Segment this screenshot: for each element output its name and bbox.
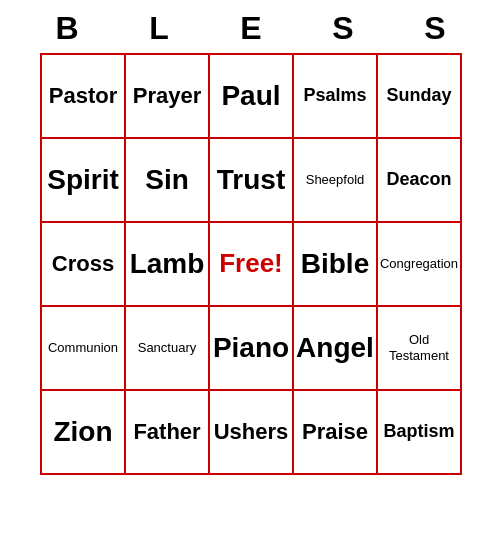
cell-text-r1-c1: Sin: [145, 163, 189, 197]
cell-r0-c2: Paul: [210, 55, 294, 139]
cell-text-r1-c2: Trust: [217, 163, 285, 197]
cell-r4-c0: Zion: [42, 391, 126, 475]
cell-r4-c4: Baptism: [378, 391, 462, 475]
cell-text-r4-c0: Zion: [53, 415, 112, 449]
cell-text-r3-c2: Piano: [213, 331, 289, 365]
bingo-grid: PastorPrayerPaulPsalmsSundaySpiritSinTru…: [40, 53, 462, 475]
cell-r2-c4: Congregation: [378, 223, 462, 307]
cell-text-r2-c4: Congregation: [380, 256, 458, 272]
cell-text-r0-c3: Psalms: [303, 85, 366, 107]
cell-text-r4-c2: Ushers: [214, 419, 289, 445]
cell-r3-c2: Piano: [210, 307, 294, 391]
cell-r4-c2: Ushers: [210, 391, 294, 475]
cell-text-r1-c4: Deacon: [386, 169, 451, 191]
cell-r1-c0: Spirit: [42, 139, 126, 223]
cell-text-r3-c0: Communion: [48, 340, 118, 356]
cell-text-r0-c2: Paul: [221, 79, 280, 113]
cell-r3-c0: Communion: [42, 307, 126, 391]
cell-text-r0-c4: Sunday: [386, 85, 451, 107]
cell-text-r1-c0: Spirit: [47, 163, 119, 197]
cell-text-r3-c3: Angel: [296, 331, 374, 365]
cell-text-r1-c3: Sheepfold: [306, 172, 365, 188]
cell-text-r3-c4: Old Testament: [382, 332, 456, 363]
cell-text-r4-c1: Father: [133, 419, 200, 445]
header-letter-L: L: [117, 10, 201, 47]
cell-r1-c1: Sin: [126, 139, 210, 223]
cell-text-r4-c3: Praise: [302, 419, 368, 445]
cell-text-r2-c3: Bible: [301, 247, 369, 281]
cell-r4-c1: Father: [126, 391, 210, 475]
cell-text-r2-c1: Lamb: [130, 247, 205, 281]
cell-r4-c3: Praise: [294, 391, 378, 475]
cell-r1-c4: Deacon: [378, 139, 462, 223]
cell-text-r3-c1: Sanctuary: [138, 340, 197, 356]
cell-r0-c0: Pastor: [42, 55, 126, 139]
cell-r1-c2: Trust: [210, 139, 294, 223]
cell-r2-c0: Cross: [42, 223, 126, 307]
cell-text-r2-c0: Cross: [52, 251, 114, 277]
cell-r2-c1: Lamb: [126, 223, 210, 307]
cell-r3-c1: Sanctuary: [126, 307, 210, 391]
cell-r0-c4: Sunday: [378, 55, 462, 139]
cell-text-r2-c2: Free!: [219, 248, 283, 279]
cell-r2-c2: Free!: [210, 223, 294, 307]
header-letter-S: S: [393, 10, 477, 47]
header-row: BLESS: [21, 0, 481, 53]
header-letter-B: B: [25, 10, 109, 47]
cell-r3-c4: Old Testament: [378, 307, 462, 391]
cell-r0-c3: Psalms: [294, 55, 378, 139]
cell-r1-c3: Sheepfold: [294, 139, 378, 223]
cell-text-r0-c0: Pastor: [49, 83, 117, 109]
header-letter-S: S: [301, 10, 385, 47]
cell-r3-c3: Angel: [294, 307, 378, 391]
header-letter-E: E: [209, 10, 293, 47]
cell-r0-c1: Prayer: [126, 55, 210, 139]
cell-text-r0-c1: Prayer: [133, 83, 202, 109]
cell-text-r4-c4: Baptism: [383, 421, 454, 443]
cell-r2-c3: Bible: [294, 223, 378, 307]
